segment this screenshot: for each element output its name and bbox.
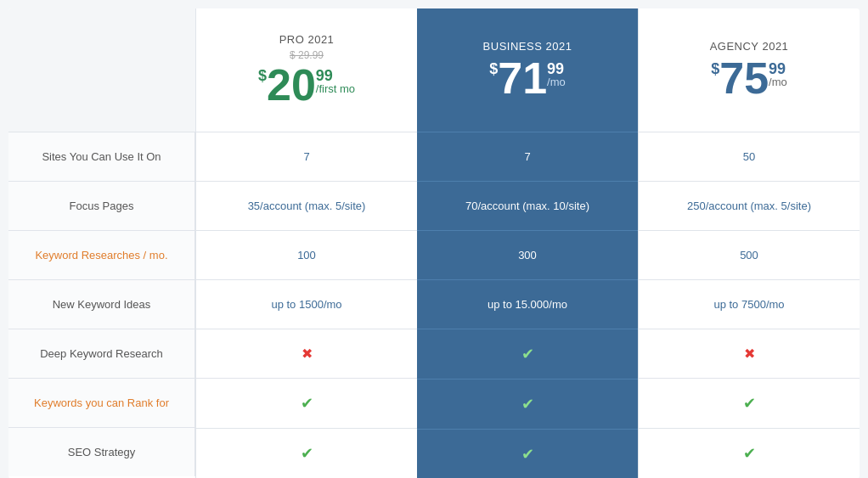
feature-text-value: up to 7500/mo	[713, 298, 784, 311]
feature-value-agency-6: ✔	[639, 428, 860, 478]
plan-header-business: BUSINESS 2021$7199/mo	[417, 8, 638, 132]
plan-column-pro: PRO 2021$ 29.99$2099/first mo735/account…	[195, 8, 417, 478]
check-icon: ✔	[521, 395, 534, 413]
feature-value-agency-2: 500	[639, 230, 860, 279]
price-main-agency: 75	[719, 56, 769, 100]
feature-value-business-1: 70/account (max. 10/site)	[417, 181, 638, 230]
price-row-business: $7199/mo	[489, 56, 566, 100]
feature-text-value: 500	[740, 249, 758, 261]
feature-value-pro-0: 7	[196, 132, 417, 181]
feature-value-business-2: 300	[417, 230, 638, 279]
feature-label-3: New Keyword Ideas	[8, 279, 195, 329]
check-icon: ✔	[521, 445, 534, 464]
price-period-agency: /mo	[769, 76, 787, 87]
feature-text-value: up to 1500/mo	[271, 298, 341, 311]
feature-label-1: Focus Pages	[8, 181, 195, 230]
feature-value-business-6: ✔	[417, 429, 638, 478]
feature-label-4: Deep Keyword Research	[8, 329, 195, 378]
feature-text-value: 100	[297, 249, 316, 261]
check-icon: ✔	[743, 444, 756, 463]
plan-header-pro: PRO 2021$ 29.99$2099/first mo	[196, 8, 417, 132]
feature-value-agency-4: ✖	[639, 329, 860, 378]
plan-name-pro: PRO 2021	[279, 33, 335, 46]
feature-value-business-4: ✔	[417, 329, 638, 379]
price-dollar-agency: $	[711, 61, 719, 76]
feature-text-value: 250/account (max. 5/site)	[687, 200, 811, 212]
check-icon: ✔	[301, 394, 313, 413]
price-cents-business: 99	[547, 61, 566, 76]
cross-icon: ✖	[302, 346, 313, 362]
price-cents-period-pro: 99/first mo	[316, 68, 355, 94]
feature-label-2: Keyword Researches / mo.	[8, 230, 195, 279]
features-column: Sites You Can Use It OnFocus PagesKeywor…	[8, 8, 195, 478]
feature-value-pro-5: ✔	[196, 378, 417, 428]
price-dollar-business: $	[489, 61, 498, 76]
feature-value-pro-6: ✔	[196, 428, 417, 478]
price-row-agency: $7599/mo	[711, 56, 787, 100]
feature-value-agency-5: ✔	[639, 378, 860, 428]
feature-value-business-5: ✔	[417, 379, 638, 429]
feature-text-value: 35/account (max. 5/site)	[248, 200, 366, 212]
feature-label-6: SEO Strategy	[8, 427, 195, 476]
plan-name-business: BUSINESS 2021	[483, 40, 572, 53]
price-cents-period-agency: 99/mo	[769, 61, 787, 87]
cross-icon: ✖	[744, 346, 755, 362]
feature-value-agency-3: up to 7500/mo	[639, 279, 860, 329]
feature-value-business-0: 7	[417, 132, 638, 181]
feature-label-0: Sites You Can Use It On	[8, 132, 195, 181]
feature-value-business-3: up to 15.000/mo	[417, 279, 638, 329]
feature-label-5: Keywords you can Rank for	[8, 378, 195, 427]
price-main-pro: 20	[267, 63, 316, 107]
price-cents-agency: 99	[769, 61, 787, 76]
plan-column-agency: AGENCY 2021$7599/mo50250/account (max. 5…	[638, 8, 860, 478]
feature-value-agency-1: 250/account (max. 5/site)	[639, 181, 860, 230]
plan-header-agency: AGENCY 2021$7599/mo	[639, 8, 860, 132]
feature-value-agency-0: 50	[639, 132, 860, 181]
price-period-business: /mo	[547, 76, 566, 87]
price-row-pro: $2099/first mo	[258, 63, 355, 107]
check-icon: ✔	[521, 345, 534, 363]
plan-column-business: BUSINESS 2021$7199/mo770/account (max. 1…	[417, 8, 638, 478]
price-period-pro: /first mo	[316, 83, 355, 94]
check-icon: ✔	[743, 394, 756, 413]
price-main-business: 71	[498, 56, 547, 100]
check-icon: ✔	[301, 444, 313, 463]
plan-name-agency: AGENCY 2021	[710, 40, 789, 53]
feature-value-pro-1: 35/account (max. 5/site)	[196, 181, 417, 230]
feature-value-pro-3: up to 1500/mo	[196, 279, 417, 329]
feature-text-value: 50	[743, 150, 755, 163]
feature-value-pro-2: 100	[196, 230, 417, 279]
price-dollar-pro: $	[258, 68, 267, 83]
pricing-table: Sites You Can Use It OnFocus PagesKeywor…	[8, 8, 860, 478]
price-cents-period-business: 99/mo	[547, 61, 566, 87]
feature-text-value: 7	[303, 150, 309, 163]
feature-value-pro-4: ✖	[196, 329, 417, 378]
original-price-pro: $ 29.99	[290, 49, 324, 61]
price-cents-pro: 99	[316, 68, 355, 83]
